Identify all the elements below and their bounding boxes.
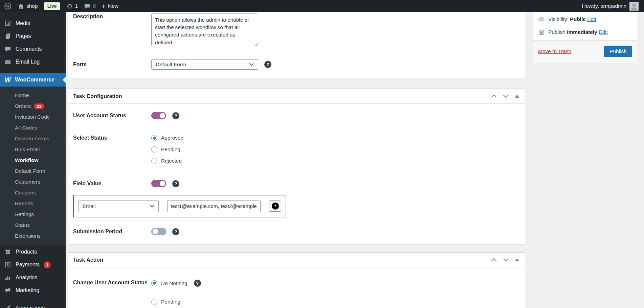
panel-collapse-button[interactable] — [515, 258, 519, 261]
live-badge[interactable]: Live — [44, 2, 60, 10]
action-option-do-nothing[interactable]: Do Nothing — [151, 280, 201, 287]
submenu-item-invitation-code[interactable]: Invitation Code — [0, 112, 66, 122]
workflow-settings-panel: Description This option allows the admin… — [68, 12, 525, 78]
howdy-label: Howdy, tempadmin — [582, 3, 626, 9]
change-status-help-icon[interactable] — [194, 280, 201, 287]
submenu-item-reports[interactable]: Reports — [0, 198, 66, 209]
submission-period-help-icon[interactable] — [172, 228, 179, 235]
status-option-rejected[interactable]: Rejected — [151, 158, 183, 164]
submenu-item-settings[interactable]: Settings — [0, 209, 66, 220]
radio-do-nothing[interactable] — [151, 280, 157, 286]
paintbrush-icon — [4, 305, 12, 308]
sidebar-item-media[interactable]: Media — [0, 17, 66, 30]
publish-box: Visibility: Public Edit Publish immediat… — [533, 12, 637, 63]
submenu-item-coupons[interactable]: Coupons — [0, 187, 66, 198]
woocommerce-icon: W — [4, 76, 12, 84]
task-configuration-panel: Task Configuration User Account Status — [68, 89, 525, 244]
sidebar-item-appearance[interactable]: Appearance — [0, 302, 66, 308]
task-action-header[interactable]: Task Action — [68, 253, 525, 267]
publish-actions: Move to Trash Publish — [533, 40, 637, 63]
panel-title: Task Configuration — [73, 93, 122, 99]
sidebar-item-woocommerce[interactable]: W WooCommerce — [0, 73, 66, 87]
form-select[interactable]: Default Form — [151, 59, 258, 70]
sidebar-item-label: Appearance — [16, 305, 45, 308]
wordpress-logo-icon[interactable]: W — [4, 2, 12, 10]
chevron-down-icon — [249, 63, 254, 66]
media-icon — [4, 20, 12, 27]
panel-move-down-button[interactable] — [503, 94, 509, 98]
site-name-link[interactable]: shop — [18, 3, 38, 9]
submenu-item-status[interactable]: Status — [0, 220, 66, 231]
status-option-pending[interactable]: Pending — [151, 146, 183, 152]
comment-bubble-icon — [84, 3, 90, 9]
description-textarea[interactable]: This option allows the admin to enable o… — [151, 14, 258, 46]
new-content-button[interactable]: + New — [102, 3, 118, 9]
svg-text:$: $ — [7, 263, 9, 267]
publish-schedule-row: Publish immediately Edit — [533, 26, 637, 40]
sidebar-item-comments[interactable]: Comments — [0, 43, 66, 55]
submenu-item-default-form[interactable]: Default Form — [0, 166, 66, 176]
admin-bar: W shop Live 1 0 + — [0, 0, 644, 12]
sidebar-item-pages[interactable]: Pages — [0, 30, 66, 43]
user-account-status-help-icon[interactable] — [172, 112, 179, 119]
panel-move-up-button[interactable] — [491, 94, 497, 98]
user-account-status-toggle[interactable] — [151, 112, 166, 119]
pages-icon — [4, 33, 12, 40]
radio-approved[interactable] — [151, 135, 157, 141]
task-configuration-header[interactable]: Task Configuration — [68, 89, 525, 104]
payments-icon: $ — [4, 261, 12, 268]
visibility-label: Visibility: — [548, 16, 569, 22]
submenu-item-workflow[interactable]: Workflow — [0, 155, 66, 166]
field-value-help-icon[interactable] — [172, 180, 179, 187]
form-help-icon[interactable] — [264, 61, 271, 68]
add-field-button[interactable] — [269, 200, 281, 212]
field-type-select[interactable]: Email — [78, 200, 159, 212]
field-value-input[interactable] — [167, 200, 261, 212]
plus-circle-icon — [272, 203, 279, 210]
sidebar-item-label: Analytics — [16, 275, 37, 281]
panel-move-down-button[interactable] — [503, 258, 509, 262]
sidebar-item-email-log[interactable]: Email Log — [0, 55, 66, 68]
move-to-trash-link[interactable]: Move to Trash — [538, 48, 571, 54]
sidebar-item-marketing[interactable]: Marketing — [0, 284, 66, 297]
sidebar-item-products[interactable]: Products — [0, 245, 66, 258]
new-label: New — [108, 3, 118, 9]
submenu-item-orders[interactable]: Orders23 — [0, 101, 66, 112]
select-status-row: Select Status Approved Pending Rejected — [68, 135, 525, 169]
radio-pending[interactable] — [151, 146, 157, 152]
megaphone-icon — [4, 287, 12, 294]
updates-indicator[interactable]: 1 — [66, 3, 78, 9]
submenu-item-home[interactable]: Home — [0, 90, 66, 101]
visibility-row: Visibility: Public Edit — [533, 12, 637, 26]
panel-collapse-button[interactable] — [515, 95, 519, 98]
sidebar-item-payments[interactable]: $ Payments 1 — [0, 258, 66, 271]
orders-count-badge: 23 — [34, 103, 44, 109]
sidebar-item-analytics[interactable]: Analytics — [0, 271, 66, 284]
submenu-item-all-codes[interactable]: All Codes — [0, 122, 66, 133]
radio-rejected[interactable] — [151, 158, 157, 164]
field-value-toggle[interactable] — [151, 180, 166, 187]
woocommerce-submenu: Home Orders23 Invitation Code All Codes … — [0, 87, 66, 245]
radio-action-pending[interactable] — [151, 299, 157, 305]
action-option-pending[interactable]: Pending — [151, 299, 201, 305]
comments-indicator[interactable]: 0 — [84, 3, 96, 9]
status-option-approved[interactable]: Approved — [151, 135, 183, 141]
panel-move-up-button[interactable] — [491, 258, 497, 262]
submission-period-label: Submission Period — [68, 229, 151, 235]
wordpress-admin-screen: W shop Live 1 0 + — [0, 0, 644, 308]
plus-icon: + — [102, 3, 106, 9]
submission-period-toggle[interactable] — [151, 228, 166, 235]
account-menu[interactable]: Howdy, tempadmin — [582, 2, 639, 11]
submenu-item-customers[interactable]: Customers — [0, 176, 66, 187]
submission-period-row: Submission Period — [68, 228, 525, 244]
submenu-item-bulk-email[interactable]: Bulk Email — [0, 144, 66, 155]
sidebar-item-label: Comments — [16, 46, 42, 52]
submenu-item-custom-forms[interactable]: Custom Forms — [0, 133, 66, 144]
products-icon — [4, 248, 12, 255]
edit-visibility-link[interactable]: Edit — [587, 16, 596, 22]
comments-icon — [4, 46, 12, 52]
calendar-icon — [538, 29, 545, 35]
submenu-item-extensions[interactable]: Extensions — [0, 231, 66, 241]
publish-button[interactable]: Publish — [604, 46, 632, 57]
edit-publish-time-link[interactable]: Edit — [599, 29, 608, 35]
